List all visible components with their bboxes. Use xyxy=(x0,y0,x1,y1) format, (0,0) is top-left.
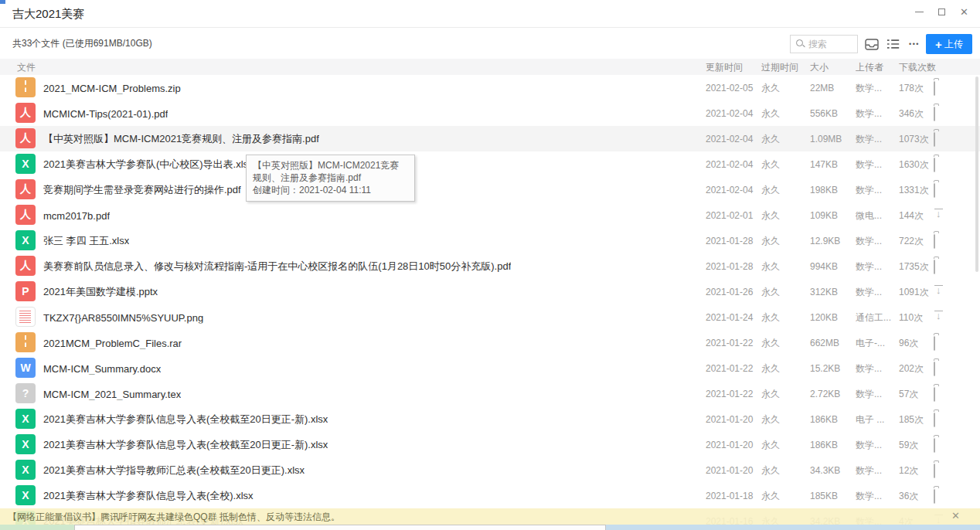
file-name[interactable]: 张三 李四 王五.xlsx xyxy=(43,234,129,248)
search-box[interactable] xyxy=(790,35,858,53)
save-to-folder-icon[interactable] xyxy=(934,235,948,247)
save-to-folder-icon[interactable] xyxy=(934,107,948,120)
expire-time: 永久 xyxy=(761,464,780,477)
download-manager-button[interactable] xyxy=(863,35,881,53)
save-to-folder-icon[interactable] xyxy=(934,133,948,145)
file-name[interactable]: MCMICM-Tips(2021-01).pdf xyxy=(43,107,168,119)
table-row[interactable]: 人【中英对照版】MCM-ICM2021竞赛规则、注册及参赛指南.pdf2021-… xyxy=(0,126,980,151)
save-to-folder-icon[interactable] xyxy=(934,439,948,451)
download-count: 1073次 xyxy=(899,132,929,145)
expire-time: 永久 xyxy=(761,362,780,375)
save-to-folder-icon[interactable] xyxy=(934,413,948,426)
file-size: 22MB xyxy=(810,83,834,93)
updated-time: 2021-02-05 xyxy=(706,83,753,93)
table-row[interactable]: TKZX7{}AR8550IMN5%SYUUP.png2021-01-24永久1… xyxy=(0,304,980,330)
expire-time: 永久 xyxy=(761,311,780,324)
table-row[interactable]: 人美赛赛前队员信息录入、修改与核对流程指南-适用于在中心校区报名的队伍(1月28… xyxy=(0,253,980,279)
file-name[interactable]: 美赛赛前队员信息录入、修改与核对流程指南-适用于在中心校区报名的队伍(1月28日… xyxy=(43,260,511,273)
header-file: 文件 xyxy=(17,61,36,74)
file-name[interactable]: 2021年美国数学建模.pptx xyxy=(43,285,158,299)
download-icon[interactable] xyxy=(934,286,948,298)
file-list: 2021_MCM-ICM_Problems.zip2021-02-05永久22M… xyxy=(0,75,980,530)
background-window-edge xyxy=(74,525,606,530)
file-name[interactable]: mcm2017b.pdf xyxy=(43,209,110,221)
updated-time: 2021-01-22 xyxy=(706,389,753,399)
table-row[interactable]: P2021年美国数学建模.pptx2021-01-26永久312KB数学...1… xyxy=(0,279,980,304)
table-row[interactable]: X张三 李四 王五.xlsx2021-01-28永久12.9KB数学...722… xyxy=(0,228,980,253)
folder-icon xyxy=(934,362,935,376)
save-to-folder-icon[interactable] xyxy=(934,184,948,196)
file-name[interactable]: 2021_MCM-ICM_Problems.zip xyxy=(43,82,181,93)
window-controls: ✕ xyxy=(908,0,975,23)
save-to-folder-icon[interactable] xyxy=(934,82,948,94)
file-name[interactable]: 竞赛期间学生需登录竞赛网站进行的操作.pdf xyxy=(43,183,241,197)
more-options-button[interactable]: ••• xyxy=(905,35,924,53)
save-to-folder-icon[interactable] xyxy=(934,490,948,502)
folder-icon xyxy=(934,413,935,427)
uploader: 通信工... xyxy=(856,311,896,324)
file-name[interactable]: MCM-ICM_Summary.docx xyxy=(43,362,161,374)
file-name[interactable]: MCM-ICM_2021_Summary.tex xyxy=(43,388,181,399)
uploader: 数学... xyxy=(856,132,896,145)
pdf-file-icon: 人 xyxy=(15,179,36,199)
updated-time: 2021-01-20 xyxy=(706,465,753,476)
download-icon[interactable] xyxy=(934,311,948,324)
save-to-folder-icon[interactable] xyxy=(934,464,948,477)
download-count: 12次 xyxy=(899,464,918,477)
file-name[interactable]: 2021美赛吉林大学指导教师汇总表(全校截至20日更正).xlsx xyxy=(43,464,305,477)
scrollbar[interactable] xyxy=(975,76,978,272)
file-name[interactable]: 2021美赛吉林大学参赛队信息导入表(全校截至20日更正-新).xlsx xyxy=(43,413,328,426)
table-row[interactable]: X2021美赛吉林大学参赛队信息导入表(全校截至20日更正-新).xlsx202… xyxy=(0,432,980,457)
updated-time: 2021-01-22 xyxy=(706,363,753,374)
folder-icon xyxy=(934,183,935,198)
table-row[interactable]: 人竞赛期间学生需登录竞赛网站进行的操作.pdf2021-02-04永久198KB… xyxy=(0,177,980,202)
save-to-folder-icon[interactable] xyxy=(934,260,948,273)
table-row[interactable]: X2021美赛吉林大学参赛队信息导入表(全校截至20日更正-新).xlsx202… xyxy=(0,406,980,432)
banner-close-icon[interactable]: ✕ xyxy=(951,510,960,522)
folder-icon xyxy=(934,234,935,249)
restore-button[interactable] xyxy=(931,2,953,22)
download-count: 57次 xyxy=(899,387,918,400)
download-count: 346次 xyxy=(899,107,924,120)
table-row[interactable]: 2021_MCM-ICM_Problems.zip2021-02-05永久22M… xyxy=(0,75,980,100)
close-button[interactable]: ✕ xyxy=(953,2,975,22)
save-to-folder-icon[interactable] xyxy=(934,158,948,171)
save-to-folder-icon[interactable] xyxy=(934,388,948,400)
background-strip-right xyxy=(606,525,980,530)
file-name[interactable]: 2021美赛吉林大学参赛队信息导入表(全校).xlsx xyxy=(43,489,254,503)
file-name[interactable]: 2021MCM_ProblemC_Files.rar xyxy=(43,337,182,348)
download-icon[interactable] xyxy=(934,209,948,222)
table-row[interactable]: 人mcm2017b.pdf2021-02-01永久109KB微电...144次 xyxy=(0,202,980,228)
expire-time: 永久 xyxy=(761,413,780,426)
download-count: 202次 xyxy=(899,362,924,375)
download-count: 185次 xyxy=(899,413,924,426)
save-to-folder-icon[interactable] xyxy=(934,337,948,349)
file-name[interactable]: TKZX7{}AR8550IMN5%SYUUP.png xyxy=(43,311,203,323)
table-row[interactable]: X2021美赛吉林大学指导教师汇总表(全校截至20日更正).xlsx2021-0… xyxy=(0,457,980,483)
pdf-file-icon: 人 xyxy=(15,205,36,225)
table-row[interactable]: 人MCMICM-Tips(2021-01).pdf2021-02-04永久556… xyxy=(0,100,980,126)
uploader: 数学... xyxy=(856,438,896,451)
save-to-folder-icon[interactable] xyxy=(934,362,948,375)
updated-time: 2021-02-04 xyxy=(706,134,753,144)
file-name[interactable]: 2021美赛吉林大学参赛队信息导入表(全校截至20日更正-新).xlsx xyxy=(43,438,328,452)
window-titlebar: 吉大2021美赛 ✕ xyxy=(0,0,980,28)
download-count: 110次 xyxy=(899,311,923,324)
table-row[interactable]: WMCM-ICM_Summary.docx2021-01-22永久15.2KB数… xyxy=(0,355,980,381)
xlsx-file-icon: X xyxy=(15,230,36,250)
table-row[interactable]: ?MCM-ICM_2021_Summary.tex2021-01-22永久2.7… xyxy=(0,381,980,406)
pdf-file-icon: 人 xyxy=(15,256,36,276)
tooltip-file-name: 【中英对照版】MCM-ICM2021竞赛规则、注册及参赛指南.pdf xyxy=(253,160,399,183)
uploader: 电子-... xyxy=(856,336,896,349)
table-row[interactable]: X2021美赛吉林大学参赛队(中心校区)导出表.xlsx2021-02-04永久… xyxy=(0,151,980,177)
list-view-button[interactable] xyxy=(883,35,902,53)
folder-icon xyxy=(934,489,935,504)
table-row[interactable]: X2021美赛吉林大学参赛队信息导入表(全校).xlsx2021-01-18永久… xyxy=(0,483,980,508)
search-input[interactable] xyxy=(808,39,851,49)
file-name[interactable]: 2021美赛吉林大学参赛队(中心校区)导出表.xlsx xyxy=(43,158,254,172)
table-row[interactable]: 2021MCM_ProblemC_Files.rar2021-01-22永久66… xyxy=(0,330,980,355)
file-name[interactable]: 【中英对照版】MCM-ICM2021竞赛规则、注册及参赛指南.pdf xyxy=(43,132,319,146)
upload-button[interactable]: + 上传 xyxy=(926,34,972,54)
minimize-button[interactable] xyxy=(908,2,931,22)
header-expire: 过期时间 xyxy=(761,61,798,74)
